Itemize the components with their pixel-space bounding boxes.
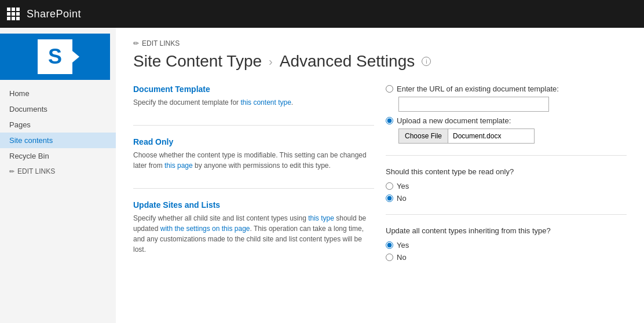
sidebar-item-recycle-bin[interactable]: Recycle Bin <box>0 148 116 164</box>
topbar-title: SharePoint <box>27 8 81 20</box>
radio-read-only-yes[interactable] <box>386 182 393 190</box>
pencil-icon: ✏ <box>9 168 14 175</box>
sidebar-item-home[interactable]: Home <box>0 86 116 101</box>
document-template-link[interactable]: this content type <box>240 98 291 107</box>
sidebar-item-site-contents[interactable]: Site contents <box>0 133 116 148</box>
edit-links-top[interactable]: ✏ EDIT LINKS <box>133 39 627 47</box>
main-content: ✏ EDIT LINKS Site Content Type › Advance… <box>116 28 644 323</box>
divider-1 <box>133 125 374 126</box>
sidebar-item-pages[interactable]: Pages <box>0 117 116 133</box>
read-only-no-label: No <box>397 194 407 203</box>
document-template-title: Document Template <box>133 85 374 94</box>
file-name-display: Document.docx <box>448 129 535 144</box>
page-layout: S Home Documents Pages Site contents Rec… <box>0 28 644 323</box>
read-only-desc: Choose whether the content type is modif… <box>133 150 374 171</box>
edit-links-label: EDIT LINKS <box>142 39 180 47</box>
update-yes-label: Yes <box>397 241 409 249</box>
sidebar-item-documents[interactable]: Documents <box>0 101 116 117</box>
update-sites-link2[interactable]: with the settings on this page <box>160 225 250 233</box>
update-sites-desc: Specify whether all child site and list … <box>133 213 374 255</box>
read-only-question: Should this content type be read only? <box>386 167 627 176</box>
upload-row: Choose File Document.docx <box>398 129 627 144</box>
radio-url-label: Enter the URL of an existing document te… <box>397 85 559 93</box>
document-template-desc: Specify the document template for this c… <box>133 97 374 108</box>
left-column: Document Template Specify the document t… <box>133 85 374 273</box>
read-only-form-group: Should this content type be read only? Y… <box>386 167 627 203</box>
sidebar: S Home Documents Pages Site contents Rec… <box>0 28 116 323</box>
info-icon[interactable]: i <box>422 57 431 66</box>
content-grid: Document Template Specify the document t… <box>133 85 627 273</box>
divider-right-1 <box>386 155 627 156</box>
read-only-yes-row: Yes <box>386 182 627 190</box>
update-yes-row: Yes <box>386 241 627 249</box>
update-no-row: No <box>386 253 627 262</box>
topbar: SharePoint <box>0 0 644 28</box>
update-no-label: No <box>397 253 407 262</box>
update-sites-section: Update Sites and Lists Specify whether a… <box>133 200 374 255</box>
update-sites-form-group: Update all content types inheriting from… <box>386 226 627 262</box>
radio-url[interactable] <box>386 85 393 93</box>
read-only-link[interactable]: this page <box>164 162 193 170</box>
url-input[interactable] <box>398 97 549 112</box>
edit-links-pencil-icon: ✏ <box>133 39 139 47</box>
divider-2 <box>133 188 374 189</box>
site-logo-arrow <box>72 51 79 63</box>
page-title-separator: › <box>269 55 273 68</box>
divider-right-2 <box>386 214 627 215</box>
update-sites-title: Update Sites and Lists <box>133 200 374 210</box>
page-title-sub: Advanced Settings <box>280 52 415 71</box>
radio-update-no[interactable] <box>386 254 393 261</box>
update-sites-link1[interactable]: this type <box>308 214 334 222</box>
choose-file-button[interactable]: Choose File <box>398 129 448 144</box>
radio-url-row: Enter the URL of an existing document te… <box>386 85 627 93</box>
radio-upload[interactable] <box>386 117 393 124</box>
sidebar-edit-links-label: EDIT LINKS <box>17 167 55 175</box>
read-only-section: Read Only Choose whether the content typ… <box>133 137 374 171</box>
page-title-main: Site Content Type <box>133 52 262 71</box>
document-template-section: Document Template Specify the document t… <box>133 85 374 108</box>
site-logo-inner: S <box>38 39 72 74</box>
read-only-title: Read Only <box>133 137 374 146</box>
sidebar-nav: Home Documents Pages Site contents Recyc… <box>0 86 116 164</box>
right-column: Enter the URL of an existing document te… <box>386 85 627 273</box>
update-sites-question: Update all content types inheriting from… <box>386 226 627 235</box>
radio-upload-label: Upload a new document template: <box>397 116 511 125</box>
doc-template-form-group: Enter the URL of an existing document te… <box>386 85 627 144</box>
page-title: Site Content Type › Advanced Settings i <box>133 52 627 71</box>
read-only-no-row: No <box>386 194 627 203</box>
radio-read-only-no[interactable] <box>386 194 393 202</box>
sidebar-edit-links[interactable]: ✏ EDIT LINKS <box>0 164 116 179</box>
read-only-yes-label: Yes <box>397 182 409 190</box>
site-logo-letter: S <box>48 45 62 69</box>
radio-update-yes[interactable] <box>386 241 393 249</box>
radio-upload-row: Upload a new document template: <box>386 116 627 125</box>
site-logo: S <box>0 34 110 80</box>
apps-grid-icon[interactable] <box>7 8 20 20</box>
